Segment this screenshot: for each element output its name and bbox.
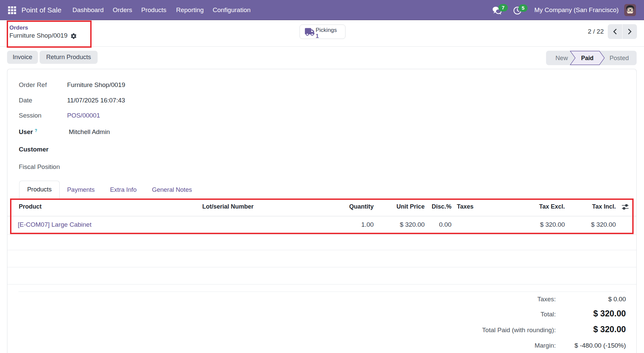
- svg-text:Paid: Paid: [581, 55, 594, 61]
